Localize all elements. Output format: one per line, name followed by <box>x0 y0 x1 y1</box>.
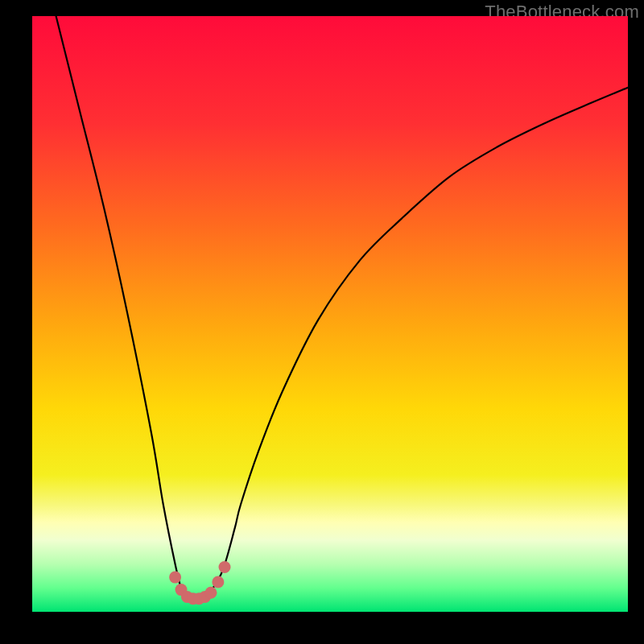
outer-frame: TheBottleneck.com <box>0 0 644 644</box>
marker-dot <box>205 587 217 599</box>
marker-dot <box>219 561 231 573</box>
curve-bottom-markers <box>169 561 230 605</box>
bottleneck-curve <box>56 16 628 599</box>
marker-dot <box>169 572 181 584</box>
plot-area <box>32 16 628 612</box>
marker-dot <box>212 576 224 588</box>
curve-layer <box>32 16 628 612</box>
